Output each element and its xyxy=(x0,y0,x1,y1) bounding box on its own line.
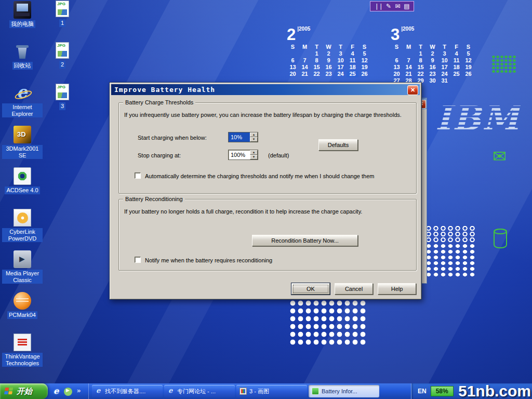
pen-icon[interactable] xyxy=(386,2,391,10)
auto-determine-checkbox-label[interactable]: Automatically determine the charging thr… xyxy=(145,173,412,179)
spin-down-icon[interactable] xyxy=(250,137,258,142)
taskbar-task-battery-information[interactable]: Battery Infor... xyxy=(309,385,379,397)
deskbar xyxy=(370,1,414,11)
spin-up-icon[interactable] xyxy=(250,132,258,137)
calendar-day: 3 xyxy=(335,50,347,57)
taskbar-task-forum[interactable]: 专门网论坛 - ... xyxy=(164,385,235,397)
spin-up-icon[interactable] xyxy=(250,150,258,155)
calendar-day: 8 xyxy=(415,57,427,64)
dialog-titlebar[interactable]: Improve Battery Health xyxy=(111,84,420,95)
desktop-file-label: 1 xyxy=(59,19,65,27)
thinkvantage-icon xyxy=(14,334,31,351)
group-title: Battery Charge Thresholds xyxy=(123,99,195,106)
calendar-day: 30 xyxy=(427,77,438,84)
help-button[interactable]: Help xyxy=(378,283,416,295)
calendar-day: 20 xyxy=(287,71,299,77)
white-dot-grid xyxy=(425,243,477,277)
recondition-battery-button[interactable]: Recondition Battery Now... xyxy=(252,235,358,246)
calendar-day xyxy=(462,77,474,84)
start-button[interactable]: 开始 xyxy=(0,383,48,399)
desktop-icon-label: ACDSee 4.0 xyxy=(5,187,39,194)
calendar-day: 26 xyxy=(462,71,474,77)
calendar-day: 13 xyxy=(287,64,299,71)
mail-icon[interactable] xyxy=(395,2,400,10)
handle-icon[interactable] xyxy=(374,2,382,10)
calendar-year: |2005 xyxy=(297,26,310,32)
ie-icon[interactable] xyxy=(52,386,61,396)
taskbar-task-server-not-found[interactable]: 找不到服务器.... xyxy=(92,385,163,397)
desktop-icon-acdsee[interactable]: ACDSee 4.0 xyxy=(2,167,43,209)
desktop-icon-my-computer[interactable]: 我的电脑 xyxy=(2,1,43,43)
calendar-day: 11 xyxy=(347,57,358,64)
calendar-day: 1 xyxy=(311,50,323,57)
powerdvd-icon xyxy=(14,209,31,227)
pcmark-icon xyxy=(14,292,31,310)
calendar-day: 11 xyxy=(450,57,462,64)
defaults-button[interactable]: Defaults xyxy=(318,139,358,151)
spin-down-icon[interactable] xyxy=(250,155,258,159)
task-label: 专门网论坛 - ... xyxy=(177,388,216,395)
calendar-day: 23 xyxy=(323,71,335,77)
calendar-day xyxy=(287,50,299,57)
mpc-icon xyxy=(14,250,31,268)
stop-threshold-spinner[interactable]: 100% xyxy=(228,150,258,160)
desktop-icon-thinkvantage[interactable]: ThinkVantage Technologies xyxy=(2,334,43,375)
desktop-icon-3dmark2001-se[interactable]: 3DMark2001 SE xyxy=(2,126,43,167)
ok-button[interactable]: OK xyxy=(291,283,330,295)
task-label: Battery Infor... xyxy=(322,388,357,394)
start-threshold-value[interactable]: 10% xyxy=(229,132,250,142)
chevron-more-icon[interactable] xyxy=(75,386,84,396)
notes-icon[interactable] xyxy=(404,2,409,10)
media-player-icon[interactable] xyxy=(64,388,72,396)
desktop-file-file-2[interactable]: JPG2 xyxy=(48,42,77,83)
taskbar-task-paint[interactable]: 3 - 画图 xyxy=(236,385,307,397)
battery-percent-indicator[interactable]: 58% xyxy=(431,386,454,396)
calendar-day: 9 xyxy=(323,57,335,64)
group-description: If you infrequently use battery power, y… xyxy=(124,111,411,118)
calendar-day: 22 xyxy=(415,71,427,77)
stop-threshold-value[interactable]: 100% xyxy=(229,150,250,159)
calendar-grid: SMTWTFS123456789101112131415161718192021… xyxy=(391,44,474,84)
stop-charging-label: Stop charging at: xyxy=(138,152,181,158)
desktop-file-file-1[interactable]: JPG1 xyxy=(48,0,77,42)
calendar-day: 7 xyxy=(299,57,311,64)
calendar-march: 3|2005SMTWTFS123456789101112131415161718… xyxy=(391,26,474,84)
group-description: If your battery no longer holds a full c… xyxy=(124,208,411,215)
desktop-icon-powerdvd[interactable]: CyberLink PowerDVD xyxy=(2,209,43,250)
language-indicator[interactable]: EN xyxy=(418,388,427,395)
desktop-icon-label: ThinkVantage Technologies xyxy=(2,353,43,367)
jpg-file-icon: JPG xyxy=(56,84,69,100)
notify-reconditioning-checkbox[interactable] xyxy=(135,257,141,263)
calendar-day: 5 xyxy=(358,50,370,57)
file-type-badge: JPG xyxy=(57,2,65,6)
desktop-icon-media-player-classic[interactable]: Media Player Classic xyxy=(2,250,43,292)
calendar-day-header: T xyxy=(415,44,427,50)
calendar-day: 2 xyxy=(323,50,335,57)
desktop-icon-label: PCMark04 xyxy=(7,311,37,319)
desktop-icon-recycle-bin[interactable]: 回收站 xyxy=(2,43,43,84)
start-threshold-spinner[interactable]: 10% xyxy=(228,132,258,142)
calendar-day: 17 xyxy=(438,64,450,71)
taskbar: 开始 找不到服务器....专门网论坛 - ...3 - 画图Battery In… xyxy=(0,383,532,399)
desktop-file-file-3[interactable]: JPG3 xyxy=(48,83,77,125)
default-suffix-label: (default) xyxy=(268,152,289,158)
calendar-day-header: W xyxy=(427,44,438,50)
calendar-day: 15 xyxy=(415,64,427,71)
calendar-day: 10 xyxy=(438,57,450,64)
task-label: 找不到服务器.... xyxy=(105,388,145,395)
desktop-icon-pcmark04[interactable]: PCMark04 xyxy=(2,292,43,334)
calendar-month-number: 3 xyxy=(391,25,400,44)
cancel-button[interactable]: Cancel xyxy=(335,283,373,295)
calendar-day: 19 xyxy=(358,64,370,71)
notify-reconditioning-checkbox-label[interactable]: Notify me when the battery requires reco… xyxy=(145,257,412,263)
calendar-day: 26 xyxy=(358,71,370,77)
calendar-day: 19 xyxy=(462,64,474,71)
desktop-background: IBM 我的电脑回收站Internet Explorer3DMark2001 S… xyxy=(0,0,532,399)
auto-determine-checkbox[interactable] xyxy=(135,172,141,179)
quick-launch xyxy=(48,383,89,399)
spinner-buttons xyxy=(250,132,258,142)
desktop-icon-internet-explorer[interactable]: Internet Explorer xyxy=(2,84,43,126)
calendar-day: 9 xyxy=(427,57,438,64)
close-button[interactable] xyxy=(407,85,418,95)
calendar-day: 31 xyxy=(438,77,450,84)
